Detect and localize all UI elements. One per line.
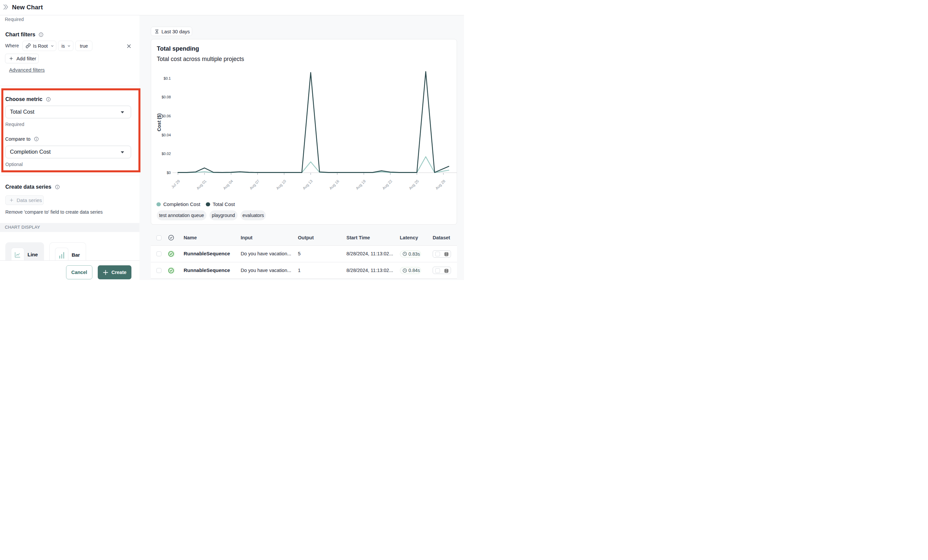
svg-text:Aug 19: Aug 19 bbox=[355, 179, 366, 190]
svg-text:Cost ($): Cost ($) bbox=[156, 113, 162, 131]
svg-text:$0: $0 bbox=[166, 170, 171, 175]
svg-text:Aug 01: Aug 01 bbox=[195, 179, 207, 190]
svg-text:$0.1: $0.1 bbox=[163, 76, 171, 80]
svg-text:$0.04: $0.04 bbox=[162, 133, 171, 137]
svg-text:Aug 07: Aug 07 bbox=[249, 179, 260, 190]
svg-text:Jul 29: Jul 29 bbox=[171, 179, 180, 189]
svg-text:Aug 25: Aug 25 bbox=[408, 179, 419, 190]
svg-text:Aug 04: Aug 04 bbox=[222, 179, 234, 191]
svg-text:Aug 16: Aug 16 bbox=[328, 179, 340, 190]
svg-text:Aug 22: Aug 22 bbox=[381, 179, 392, 190]
svg-text:Aug 28: Aug 28 bbox=[434, 179, 446, 190]
svg-text:$0.02: $0.02 bbox=[162, 152, 171, 156]
svg-text:$0.08: $0.08 bbox=[162, 95, 171, 99]
svg-text:Aug 13: Aug 13 bbox=[302, 179, 313, 190]
svg-text:$0.06: $0.06 bbox=[162, 114, 171, 118]
svg-text:Aug 10: Aug 10 bbox=[275, 179, 287, 190]
